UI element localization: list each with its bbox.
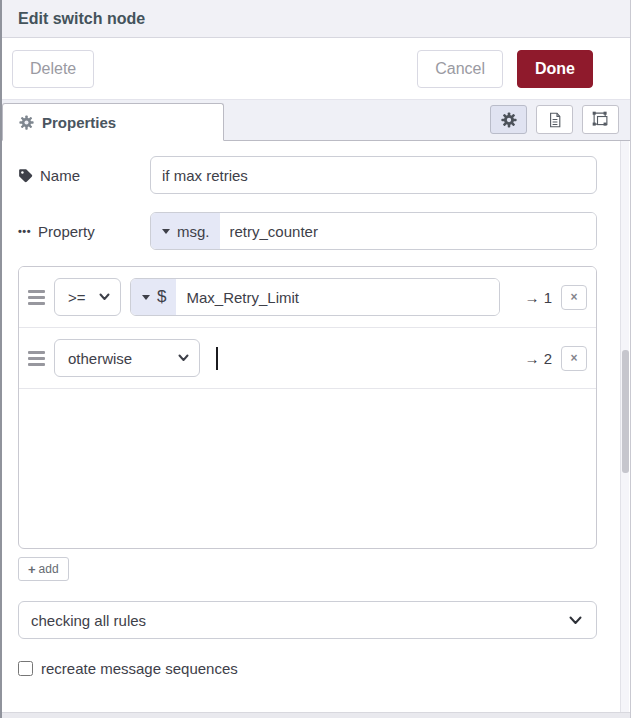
scrollbar-thumb[interactable] xyxy=(622,350,629,473)
rule-2-output-label: → 2 xyxy=(509,350,552,367)
property-label-text: Property xyxy=(38,223,95,240)
name-input[interactable] xyxy=(150,156,597,194)
rule-1-operator-select[interactable]: >= xyxy=(54,278,121,316)
caret-down-icon xyxy=(142,295,150,300)
tab-properties-label: Properties xyxy=(42,114,116,131)
name-label: Name xyxy=(18,167,150,184)
add-rule-button[interactable]: +add xyxy=(18,557,69,581)
name-row: Name xyxy=(18,156,597,194)
cancel-button[interactable]: Cancel xyxy=(417,50,503,88)
dialog-title-bar: Edit switch node xyxy=(2,0,630,38)
chevron-down-icon xyxy=(178,354,189,362)
arrow-right-icon: → xyxy=(524,350,539,367)
rules-container: >= $ → 1 × otherwise xyxy=(18,266,597,549)
rule-1-operator-value: >= xyxy=(68,289,86,306)
property-type-label: msg. xyxy=(177,223,210,240)
rule-row-1: >= $ → 1 × xyxy=(19,267,596,328)
chevron-down-icon xyxy=(569,616,582,625)
property-label: ••• Property xyxy=(18,223,150,240)
name-label-text: Name xyxy=(40,167,80,184)
rule-1-remove-button[interactable]: × xyxy=(561,285,587,310)
property-type-button[interactable]: msg. xyxy=(151,213,220,249)
dialog-bottom-edge xyxy=(2,712,630,718)
node-properties-button[interactable] xyxy=(490,105,527,134)
arrow-right-icon: → xyxy=(524,289,539,306)
recreate-sequences-checkbox[interactable] xyxy=(18,661,33,676)
recreate-sequences-label: recreate message sequences xyxy=(41,660,238,677)
rule-1-output-label: → 1 xyxy=(509,289,552,306)
document-icon xyxy=(547,112,563,128)
plus-icon: + xyxy=(28,562,36,577)
delete-button[interactable]: Delete xyxy=(12,50,94,88)
rule-1-output-number: 1 xyxy=(544,289,552,306)
rule-1-type-button[interactable]: $ xyxy=(131,279,176,315)
drag-handle-icon[interactable] xyxy=(28,290,45,305)
ellipsis-icon: ••• xyxy=(18,225,31,237)
edit-switch-node-dialog: Edit switch node Delete Cancel Done xyxy=(0,0,631,718)
property-input[interactable] xyxy=(220,213,596,249)
tab-properties[interactable]: Properties xyxy=(2,103,224,141)
tag-icon xyxy=(18,168,33,183)
gear-icon xyxy=(501,112,517,128)
scrollbar[interactable] xyxy=(620,141,629,712)
rule-2-operator-select[interactable]: otherwise xyxy=(54,339,200,377)
text-cursor xyxy=(216,347,218,370)
property-row: ••• Property msg. xyxy=(18,212,597,250)
rule-1-typed-input: $ xyxy=(130,278,500,316)
tab-bar: Properties xyxy=(2,100,630,141)
dialog-button-bar: Delete Cancel Done xyxy=(2,38,630,100)
done-button[interactable]: Done xyxy=(517,50,593,88)
tab-icon-buttons xyxy=(490,105,619,134)
rule-1-value-input[interactable] xyxy=(176,279,499,315)
rule-mode-select[interactable]: checking all rules xyxy=(18,601,597,639)
recreate-sequences-row: recreate message sequences xyxy=(18,660,597,677)
properties-form: Name ••• Property msg. >= xyxy=(2,141,630,677)
node-description-button[interactable] xyxy=(536,105,573,134)
expression-type-label: $ xyxy=(157,287,166,307)
caret-down-icon xyxy=(162,229,170,234)
rule-2-operator-value: otherwise xyxy=(68,350,132,367)
gear-icon xyxy=(19,115,34,130)
drag-handle-icon[interactable] xyxy=(28,351,45,366)
node-appearance-button[interactable] xyxy=(582,105,619,134)
appearance-icon xyxy=(592,111,609,128)
rule-row-2: otherwise → 2 × xyxy=(19,328,596,389)
rule-mode-value: checking all rules xyxy=(31,612,146,629)
property-typed-input: msg. xyxy=(150,212,597,250)
rule-2-output-number: 2 xyxy=(544,350,552,367)
add-rule-label: add xyxy=(39,562,59,576)
chevron-down-icon xyxy=(99,293,110,301)
rule-2-remove-button[interactable]: × xyxy=(561,346,587,371)
dialog-title: Edit switch node xyxy=(18,10,145,28)
